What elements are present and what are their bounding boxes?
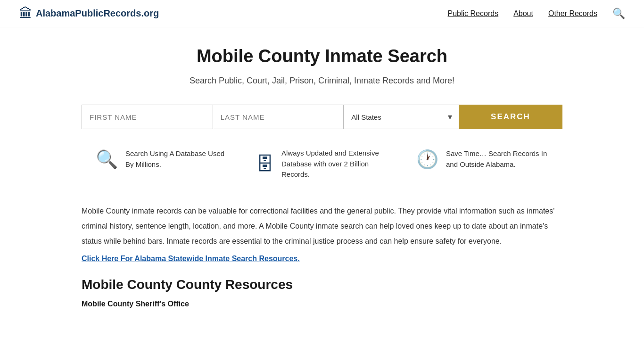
logo-text: AlabamaPublicRecords.org bbox=[36, 8, 159, 19]
nav-about[interactable]: About bbox=[513, 9, 533, 18]
main-nav: Public Records About Other Records 🔍 bbox=[448, 8, 625, 20]
nav-search-icon[interactable]: 🔍 bbox=[612, 8, 625, 20]
feature-extensive-db-text: Always Updated and Extensive Database wi… bbox=[281, 148, 388, 180]
site-logo[interactable]: 🏛 AlabamaPublicRecords.org bbox=[19, 6, 159, 21]
features-row: Search Using A Database Used By Millions… bbox=[82, 148, 562, 180]
last-name-input[interactable] bbox=[213, 105, 344, 129]
feature-save-time-text: Save Time… Search Records In and Outside… bbox=[446, 148, 548, 170]
main-content: Mobile County Inmate Search Search Publi… bbox=[63, 27, 581, 337]
magnifying-glass-icon bbox=[96, 148, 118, 170]
body-paragraph: Mobile County inmate records can be valu… bbox=[82, 204, 562, 249]
search-form: All StatesAlabamaAlaskaArizonaArkansasCa… bbox=[82, 105, 562, 129]
state-select[interactable]: All StatesAlabamaAlaskaArizonaArkansasCa… bbox=[343, 105, 459, 129]
database-icon bbox=[256, 153, 274, 175]
feature-search-db: Search Using A Database Used By Millions… bbox=[96, 148, 228, 170]
feature-search-db-text: Search Using A Database Used By Millions… bbox=[125, 148, 228, 170]
state-select-wrap: All StatesAlabamaAlaskaArizonaArkansasCa… bbox=[343, 105, 459, 129]
nav-public-records[interactable]: Public Records bbox=[448, 9, 499, 18]
clock-icon bbox=[416, 148, 438, 170]
search-button[interactable]: SEARCH bbox=[459, 105, 562, 129]
logo-building-icon: 🏛 bbox=[19, 6, 32, 21]
first-name-input[interactable] bbox=[82, 105, 213, 129]
sheriff-office-heading: Mobile County Sheriff's Office bbox=[82, 300, 562, 308]
page-subtitle: Search Public, Court, Jail, Prison, Crim… bbox=[82, 76, 562, 86]
alabama-statewide-link[interactable]: Click Here For Alabama Statewide Inmate … bbox=[82, 255, 300, 263]
resources-heading: Mobile County County Resources bbox=[82, 277, 562, 292]
site-header: 🏛 AlabamaPublicRecords.org Public Record… bbox=[0, 0, 644, 27]
feature-save-time: Save Time… Search Records In and Outside… bbox=[416, 148, 548, 170]
page-title: Mobile County Inmate Search bbox=[82, 46, 562, 66]
nav-other-records[interactable]: Other Records bbox=[548, 9, 597, 18]
feature-extensive-db: Always Updated and Extensive Database wi… bbox=[256, 148, 388, 180]
body-section: Mobile County inmate records can be valu… bbox=[82, 204, 562, 263]
